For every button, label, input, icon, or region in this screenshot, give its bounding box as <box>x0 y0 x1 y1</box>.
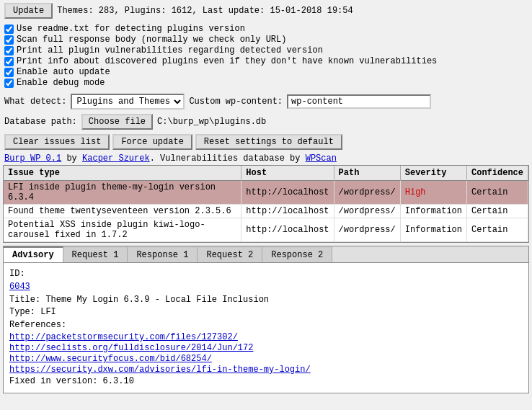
table-row[interactable]: LFI inside plugin theme-my-login version… <box>4 181 528 205</box>
checkbox-cb2[interactable] <box>4 35 14 45</box>
database-path: C:\burp_wp\plugins.db <box>157 117 266 127</box>
action-row: Clear issues list Force update Reset set… <box>0 132 532 152</box>
advisory-id-label: ID: <box>9 269 25 279</box>
tab-response-2[interactable]: Response 2 <box>262 246 332 262</box>
table-row[interactable]: Found theme twentyseventeen version 2.3.… <box>4 205 528 218</box>
checkbox-cb1[interactable] <box>4 24 14 34</box>
force-update-button[interactable]: Force update <box>112 134 192 150</box>
update-button[interactable]: Update <box>4 3 53 19</box>
table-cell-severity: High <box>400 181 466 205</box>
database-label: Database path: <box>4 117 77 127</box>
checkbox-label-cb4: Print info about discovered plugins even… <box>17 56 437 66</box>
table-cell-path: /wordpress/ <box>334 181 400 205</box>
table-cell-confidence: Certain <box>466 181 528 205</box>
reset-settings-button[interactable]: Reset settings to default <box>195 134 342 150</box>
checkbox-row: Print all plugin vulnerabilities regardi… <box>4 45 528 55</box>
checkbox-label-cb6: Enable debug mode <box>17 78 105 88</box>
detect-row: What detect: Plugins and ThemesPlugins o… <box>0 92 532 112</box>
table-cell-issue-type: Found theme twentyseventeen version 2.3.… <box>4 205 241 218</box>
tab-request-2[interactable]: Request 2 <box>198 246 262 262</box>
table-cell-confidence: Certain <box>466 205 528 218</box>
advisory-id-line: ID: 6043 <box>9 268 523 293</box>
tab-advisory[interactable]: Advisory <box>4 246 63 262</box>
table-col-issue-type: Issue type <box>4 166 241 181</box>
advisory-link[interactable]: http://www.securityfocus.com/bid/68254/ <box>9 354 523 364</box>
issues-table-container: Issue typeHostPathSeverityConfidence LFI… <box>3 165 529 243</box>
table-col-host: Host <box>241 166 334 181</box>
tab-request-1[interactable]: Request 1 <box>63 246 128 262</box>
choose-file-button[interactable]: Choose file <box>81 114 153 130</box>
advisory-link[interactable]: https://security.dxw.com/advisories/lfi-… <box>9 365 523 375</box>
checkbox-cb6[interactable] <box>4 79 14 88</box>
table-col-confidence: Confidence <box>466 166 528 181</box>
table-header-row: Issue typeHostPathSeverityConfidence <box>4 166 528 181</box>
checkbox-cb3[interactable] <box>4 46 14 55</box>
top-bar: Update Themes: 283, Plugins: 1612, Last … <box>0 0 532 22</box>
credits-row: Burp WP 0.1 by Kacper Szurek. Vulnerabil… <box>0 152 532 165</box>
issues-table: Issue typeHostPathSeverityConfidence LFI… <box>4 166 528 242</box>
wpscan-link[interactable]: WPScan <box>306 153 337 164</box>
table-cell-severity: Information <box>400 205 466 218</box>
checkbox-row: Print info about discovered plugins even… <box>4 56 528 66</box>
tab-content-advisory: ID: 6043 Title: Theme My Login 6.3.9 - L… <box>4 263 528 393</box>
advisory-link[interactable]: http://seclists.org/fulldisclosure/2014/… <box>9 343 523 353</box>
detect-select[interactable]: Plugins and ThemesPlugins onlyThemes onl… <box>71 94 185 110</box>
checkbox-row: Use readme.txt for detecting plugins ver… <box>4 24 528 34</box>
table-cell-issue-type: Potential XSS inside plugin kiwi-logo-ca… <box>4 218 241 242</box>
tab-response-1[interactable]: Response 1 <box>128 246 198 262</box>
table-cell-host: http://localhost <box>241 218 334 242</box>
advisory-references-label: References: <box>9 319 523 331</box>
checkbox-row: Scan full response body (normally we che… <box>4 35 528 45</box>
database-row: Database path: Choose file C:\burp_wp\pl… <box>0 112 532 132</box>
table-cell-issue-type: LFI inside plugin theme-my-login version… <box>4 181 241 205</box>
table-cell-severity: Information <box>400 218 466 242</box>
table-col-path: Path <box>334 166 400 181</box>
author-link[interactable]: Kacper Szurek <box>82 153 150 164</box>
detect-label: What detect: <box>4 97 66 107</box>
advisory-link[interactable]: http://packetstormsecurity.com/files/127… <box>9 332 523 342</box>
table-cell-host: http://localhost <box>241 205 334 218</box>
tabs-header: AdvisoryRequest 1Response 1Request 2Resp… <box>4 246 528 263</box>
tabs-container: AdvisoryRequest 1Response 1Request 2Resp… <box>3 246 529 393</box>
checkbox-cb4[interactable] <box>4 57 14 66</box>
checkbox-label-cb3: Print all plugin vulnerabilities regardi… <box>17 45 323 55</box>
checkboxes-section: Use readme.txt for detecting plugins ver… <box>0 22 532 92</box>
burp-wp-link[interactable]: Burp WP 0.1 <box>4 153 61 164</box>
advisory-id-link[interactable]: 6043 <box>9 281 523 293</box>
checkbox-label-cb1: Use readme.txt for detecting plugins ver… <box>17 24 245 34</box>
table-cell-path: /wordpress/ <box>334 218 400 242</box>
checkbox-row: Enable auto update <box>4 67 528 77</box>
table-cell-confidence: Certain <box>466 218 528 242</box>
status-text: Themes: 283, Plugins: 1612, Last update:… <box>57 6 528 16</box>
clear-issues-button[interactable]: Clear issues list <box>4 134 110 150</box>
table-cell-host: http://localhost <box>241 181 334 205</box>
checkbox-row: Enable debug mode <box>4 78 528 88</box>
checkbox-cb5[interactable] <box>4 68 14 77</box>
checkbox-label-cb2: Scan full response body (normally we che… <box>17 35 286 45</box>
table-col-severity: Severity <box>400 166 466 181</box>
custom-input[interactable] <box>287 94 431 109</box>
advisory-fixed: Fixed in version: 6.3.10 <box>9 375 523 388</box>
table-row[interactable]: Potential XSS inside plugin kiwi-logo-ca… <box>4 218 528 242</box>
advisory-title: Title: Theme My Login 6.3.9 - Local File… <box>9 294 523 306</box>
advisory-type: Type: LFI <box>9 306 523 318</box>
custom-label: Custom wp-content: <box>189 97 283 107</box>
credits-db: . Vulnerabilities database by <box>150 153 306 164</box>
checkbox-label-cb5: Enable auto update <box>17 67 110 77</box>
credits-by: by <box>61 153 82 164</box>
table-cell-path: /wordpress/ <box>334 205 400 218</box>
